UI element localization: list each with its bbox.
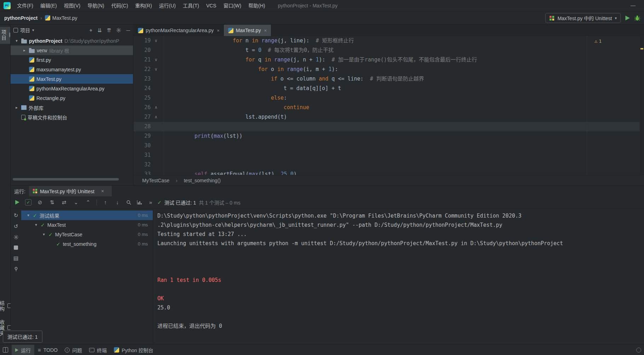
menu-item[interactable]: 代码(C) — [108, 0, 132, 11]
menu-item[interactable]: 视图(V) — [60, 0, 84, 11]
locate-icon[interactable]: ⌖ — [89, 28, 92, 33]
menu-item[interactable]: 导航(N) — [84, 0, 108, 11]
editor-tab-MaxTest.py[interactable]: MaxTest.py× — [224, 25, 271, 36]
editor-tab-pythonMaxRectangularArea.py[interactable]: pythonMaxRectangularArea.py× — [134, 25, 224, 36]
gutter[interactable]: 31 — [134, 150, 164, 160]
rerun-tests-button[interactable] — [14, 199, 20, 205]
inspections-widget[interactable]: ⚠ 1 — [594, 38, 602, 44]
test-tree-item-MaxTest[interactable]: ▾✓MaxTest0 ms — [21, 220, 153, 230]
tree-item-Rectangle.py[interactable]: Rectangle.py — [11, 93, 133, 103]
sort-by-duration-icon[interactable]: ⇄ — [60, 200, 68, 205]
stripe-tab-structure[interactable]: 结构 — [0, 298, 12, 315]
tool-window-switcher-icon[interactable] — [3, 347, 8, 353]
tree-item-maxsumarraytest.py[interactable]: maxsumarraytest.py — [11, 65, 133, 74]
gutter[interactable]: 29 — [134, 131, 164, 141]
breadcrumb-method[interactable]: test_something() — [184, 178, 221, 183]
debug-button[interactable] — [634, 15, 640, 21]
chevron-icon[interactable]: ▾ — [42, 232, 46, 237]
menu-item[interactable]: 工具(T) — [179, 0, 203, 11]
close-icon[interactable]: × — [97, 185, 108, 197]
gutter[interactable]: 33 — [134, 170, 164, 175]
close-icon[interactable]: × — [264, 28, 267, 33]
statusbar-item-Python 控制台[interactable]: Python 控制台 — [110, 345, 157, 355]
search-icon[interactable] — [126, 200, 132, 205]
fold-marker-icon[interactable]: ∨ — [151, 65, 161, 74]
run-configuration-select[interactable]: MaxTest.py 中的 Unittest ▾ — [545, 13, 621, 23]
menu-item[interactable]: VCS — [203, 0, 220, 11]
gutter[interactable]: 23 — [134, 74, 164, 84]
tree-item-pythonMaxRectangularArea.py[interactable]: pythonMaxRectangularArea.py — [11, 84, 133, 93]
menu-item[interactable]: 编辑(E) — [37, 0, 60, 11]
sort-alphabetically-icon[interactable]: ⇅ — [48, 200, 56, 205]
breadcrumb-project[interactable]: pythonProject — [4, 15, 37, 21]
minimize-button[interactable]: — — [627, 0, 639, 11]
chevron-icon[interactable]: ▾ — [14, 39, 19, 43]
test-settings-gear-icon[interactable] — [13, 235, 19, 240]
statusbar-item-运行[interactable]: 运行 — [12, 345, 34, 355]
chevron-icon[interactable]: ▾ — [26, 213, 30, 218]
gear-icon[interactable] — [116, 28, 121, 33]
gutter[interactable]: 26∧ — [134, 103, 164, 112]
gutter[interactable]: 27∧ — [134, 112, 164, 122]
fold-marker-icon[interactable]: ∨ — [151, 36, 161, 46]
gutter[interactable]: 22∨ — [134, 65, 164, 74]
menu-item[interactable]: 帮助(H) — [245, 0, 268, 11]
menu-item[interactable]: 重构(R) — [132, 0, 155, 11]
tree-item-venv[interactable]: ▸venv library 根 — [11, 46, 133, 55]
chevron-icon[interactable]: ▸ — [14, 105, 19, 110]
gutter[interactable]: 25 — [134, 93, 164, 103]
test-history-chart-icon[interactable] — [137, 200, 142, 205]
rerun-failed-icon[interactable]: ↺ — [14, 224, 18, 229]
stop-icon[interactable] — [14, 245, 18, 250]
chevron-icon[interactable]: ▸ — [22, 48, 27, 53]
warning-stripe-mark[interactable] — [640, 48, 643, 49]
editor-scrollbar[interactable] — [640, 36, 644, 175]
collapse-all-icon[interactable]: ⌃ — [85, 200, 92, 205]
statusbar-item-TODO[interactable]: ≡TODO — [34, 345, 61, 355]
next-failed-icon[interactable]: ↓ — [114, 200, 121, 205]
tree-item-MaxTest.py[interactable]: MaxTest.py — [11, 74, 133, 84]
show-passed-icon[interactable]: ✓ — [25, 199, 31, 206]
run-tab[interactable]: MaxTest.py 中的 Unittest × — [29, 186, 112, 196]
hide-panel-icon[interactable]: ─ — [126, 28, 130, 33]
console-output[interactable]: D:\Study\python\pythonProject\venv\Scrip… — [153, 208, 644, 345]
menu-item[interactable]: 运行(U) — [156, 0, 179, 11]
menu-item[interactable]: 文件(F) — [13, 0, 37, 11]
statusbar-item-终端[interactable]: ›终端 — [86, 345, 110, 355]
test-tree-item-test_something[interactable]: ✓test_something0 ms — [21, 239, 153, 249]
rerun-icon[interactable]: ↻ — [14, 213, 18, 218]
tree-item-first.py[interactable]: first.py — [11, 55, 133, 65]
run-button[interactable] — [624, 15, 631, 21]
breadcrumb-class[interactable]: MyTestCase — [142, 178, 169, 183]
close-icon[interactable]: × — [217, 28, 220, 33]
breadcrumb-file[interactable]: MaxTest.py — [45, 15, 77, 21]
pin-icon[interactable] — [13, 266, 19, 272]
expand-all-icon[interactable]: ⌄ — [72, 200, 80, 205]
test-tree-item-MyTestCase[interactable]: ▾✓MyTestCase0 ms — [21, 230, 153, 239]
gutter[interactable]: 30 — [134, 141, 164, 150]
gutter[interactable]: 19∨ — [134, 36, 164, 46]
project-panel-title[interactable]: 项目 ▾ — [13, 26, 34, 34]
statusbar-item-问题[interactable]: !问题 — [61, 345, 86, 355]
editor[interactable]: 19∨for n in range(j, line): # 矩形框终止行20t … — [134, 36, 644, 175]
gutter[interactable]: 21∨ — [134, 55, 164, 65]
fold-marker-icon[interactable]: ∧ — [151, 112, 161, 122]
test-tree-item-测试结果[interactable]: ▾✓测试结果0 ms — [21, 211, 153, 220]
tree-item-外部库[interactable]: ▸外部库 — [11, 103, 133, 112]
tree-item-pythonProject[interactable]: ▾pythonProject D:\Study\python\pythonP — [11, 36, 133, 46]
horizontal-scrollbar[interactable] — [13, 178, 119, 181]
chevron-icon[interactable]: ▾ — [34, 223, 38, 227]
menu-item[interactable]: 窗口(W) — [220, 0, 245, 11]
stripe-tab-project[interactable]: 项目 — [0, 27, 10, 44]
tree-item-草稿文件和控制台[interactable]: 草稿文件和控制台 — [11, 112, 133, 122]
gutter[interactable]: 28 — [134, 122, 164, 131]
gutter[interactable]: 32 — [134, 160, 164, 170]
fold-marker-icon[interactable]: ∨ — [151, 55, 161, 65]
console-view-icon[interactable]: ▤ — [13, 255, 18, 261]
show-ignored-icon[interactable]: ⊘ — [36, 200, 43, 205]
expand-all-icon[interactable]: ⇊ — [97, 28, 102, 33]
previous-failed-icon[interactable]: ↑ — [102, 200, 109, 205]
gutter[interactable]: 24 — [134, 84, 164, 93]
background-tasks-icon[interactable] — [636, 348, 641, 353]
fold-marker-icon[interactable]: ∧ — [151, 103, 161, 112]
